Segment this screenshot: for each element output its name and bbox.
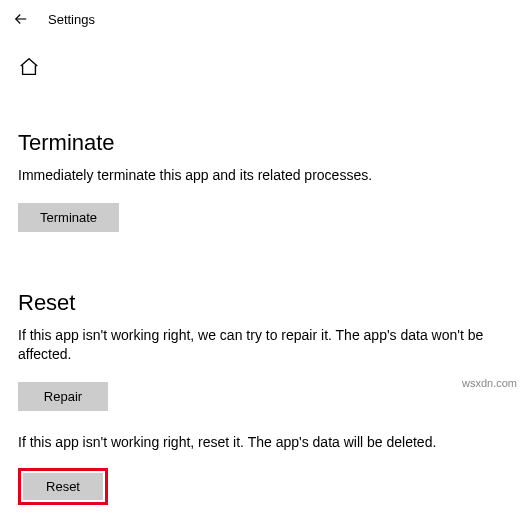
header-bar: Settings	[0, 0, 523, 38]
home-row	[0, 38, 523, 82]
terminate-description: Immediately terminate this app and its r…	[18, 166, 488, 185]
content-area: Terminate Immediately terminate this app…	[0, 130, 523, 505]
home-icon[interactable]	[18, 56, 40, 78]
watermark-text: wsxdn.com	[462, 377, 517, 389]
terminate-button[interactable]: Terminate	[18, 203, 119, 232]
reset-description: If this app isn't working right, reset i…	[18, 433, 488, 452]
back-arrow-icon[interactable]	[12, 10, 30, 28]
reset-heading: Reset	[18, 290, 505, 316]
repair-button[interactable]: Repair	[18, 382, 108, 411]
reset-section: Reset If this app isn't working right, w…	[18, 290, 505, 505]
reset-button[interactable]: Reset	[23, 473, 103, 500]
terminate-section: Terminate Immediately terminate this app…	[18, 130, 505, 232]
reset-button-highlight: Reset	[18, 468, 108, 505]
page-title: Settings	[48, 12, 95, 27]
repair-description: If this app isn't working right, we can …	[18, 326, 488, 364]
terminate-heading: Terminate	[18, 130, 505, 156]
